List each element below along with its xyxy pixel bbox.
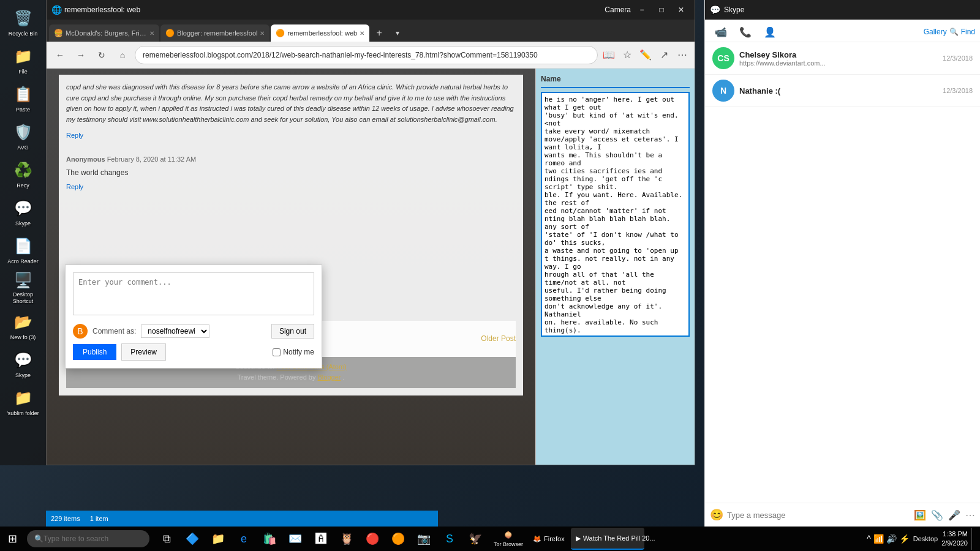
- tab-favicon-blogger: 🟠: [165, 29, 175, 37]
- reply-link-2[interactable]: Reply: [66, 183, 83, 190]
- blogger-avatar: B: [73, 324, 88, 339]
- show-desktop-button[interactable]: [971, 528, 975, 550]
- comment-textarea[interactable]: [73, 272, 314, 315]
- menu-icon[interactable]: ⋯: [675, 48, 690, 62]
- reply-link-1[interactable]: Reply: [66, 132, 83, 139]
- skype-person-icon[interactable]: 👤: [759, 22, 781, 42]
- new-tab-button[interactable]: +: [371, 24, 388, 42]
- skype-video-icon[interactable]: 📹: [710, 22, 732, 42]
- sidebar-label-recycle-bin: Recycle Bin: [9, 31, 38, 37]
- tray-notification[interactable]: ^: [867, 534, 871, 544]
- back-button[interactable]: ←: [51, 47, 69, 64]
- sidebar-item-acro[interactable]: 📄 Acro Reader: [6, 233, 40, 267]
- tray-network[interactable]: 📶: [873, 534, 884, 544]
- url-bar[interactable]: rememeberlessfool.blogspot.com/2018/12/w…: [135, 46, 598, 64]
- home-button[interactable]: ⌂: [114, 47, 131, 64]
- bookmark-icon[interactable]: ☆: [620, 48, 635, 62]
- sidebar-item-paste[interactable]: 📋 Paste: [6, 81, 40, 115]
- right-panel-input[interactable]: he is no 'anger' here. I get out what I …: [541, 92, 690, 337]
- forward-button[interactable]: →: [72, 47, 89, 64]
- sidebar-item-recycle-bin[interactable]: 🗑️ Recycle Bin: [6, 5, 40, 39]
- tab-close-blogger[interactable]: ✕: [260, 30, 265, 37]
- refresh-button[interactable]: ↻: [93, 47, 110, 64]
- edit-icon[interactable]: ✏️: [638, 48, 653, 62]
- message-input[interactable]: [727, 511, 910, 520]
- share-icon[interactable]: ↗: [657, 48, 671, 62]
- search-input[interactable]: [43, 534, 135, 543]
- taskbar-camera[interactable]: 📷: [412, 527, 436, 551]
- tab-label-blogger: Blogger: rememberlessfool: [177, 29, 257, 37]
- taskbar-datetime: 1:38 PM 2/9/2020: [941, 530, 968, 549]
- sidebar-item-new-folder[interactable]: 📂 New fo (3): [6, 309, 40, 343]
- sidebar-item-desktop-shortcut[interactable]: 🖥️ Desktop Shortcut: [6, 271, 40, 305]
- taskbar-browser2[interactable]: 🦅: [463, 527, 488, 551]
- taskbar-store[interactable]: 🛍️: [257, 527, 282, 551]
- taskbar-amazon[interactable]: 🅰: [309, 527, 333, 551]
- sidebar-label-new-folder: New fo (3): [10, 334, 36, 341]
- new-folder-icon: 📂: [12, 311, 34, 333]
- browser-icon: 🌐: [51, 5, 62, 15]
- audio-icon[interactable]: 🎤: [948, 509, 960, 521]
- minimize-button[interactable]: −: [633, 1, 650, 18]
- browser-content: copd and she was diagnosed with this dis…: [47, 69, 695, 465]
- paste-icon: 📋: [12, 83, 34, 105]
- maximize-button[interactable]: □: [653, 1, 670, 18]
- footer-blogger-link[interactable]: Blogger: [318, 373, 341, 381]
- sidebar-item-sublim[interactable]: 📁 'sublim folder: [6, 384, 40, 419]
- file-share-icon[interactable]: 📎: [931, 509, 943, 521]
- blog-content[interactable]: copd and she was diagnosed with this dis…: [47, 69, 535, 465]
- taskbar-cortana[interactable]: 🔷: [180, 527, 205, 551]
- publish-button[interactable]: Publish: [73, 344, 116, 360]
- sidebar-item-recy[interactable]: ♻️ Recy: [6, 157, 40, 191]
- more-icon[interactable]: ⋯: [965, 509, 975, 521]
- preview-button[interactable]: Preview: [121, 343, 166, 361]
- skype-gallery-link[interactable]: Gallery 🔍 Find: [924, 22, 975, 42]
- taskbar-explorer[interactable]: 📁: [206, 527, 230, 551]
- taskbar-app-tor[interactable]: 🧅 Tor Browser: [490, 530, 527, 549]
- image-share-icon[interactable]: 🖼️: [914, 509, 926, 521]
- taskbar-unknown[interactable]: 🟠: [386, 527, 410, 551]
- taskbar-app-video[interactable]: ▶ Watch The Red Pill 20...: [571, 528, 644, 550]
- address-bar-right: 📖 ☆ ✏️ ↗ ⋯: [601, 48, 690, 62]
- older-post-link[interactable]: Older Post: [481, 333, 516, 345]
- taskbar-oracle[interactable]: 🔴: [360, 527, 385, 551]
- sidebar-item-skype2[interactable]: 💬 Skype: [6, 347, 40, 381]
- tray-yellow[interactable]: ⚡: [899, 534, 910, 544]
- taskbar-tripadvisor[interactable]: 🦉: [334, 527, 359, 551]
- status-bar: 229 items 1 item: [46, 511, 438, 527]
- tray-volume[interactable]: 🔊: [886, 534, 897, 544]
- acro-icon: 📄: [12, 235, 34, 257]
- tab-blogger[interactable]: 🟠 Blogger: rememberlessfool ✕: [160, 24, 270, 42]
- taskbar-search[interactable]: 🔍: [27, 530, 149, 547]
- tab-overflow-button[interactable]: ▾: [389, 24, 406, 42]
- skype-call-icon[interactable]: 📞: [734, 22, 756, 42]
- skype-input-icons: 🖼️ 📎 🎤 ⋯: [914, 509, 975, 521]
- conversation-nathanie[interactable]: N Nathanie :( 12/3/2018: [705, 75, 980, 107]
- reader-view-icon[interactable]: 📖: [601, 48, 616, 62]
- sidebar-item-file[interactable]: 📁 File: [6, 43, 40, 77]
- tab-close-mcdonalds[interactable]: ✕: [149, 30, 154, 37]
- taskbar-app-firefox[interactable]: 🦊 Firefox: [528, 528, 570, 550]
- comment-form-actions: Publish Preview Notify me: [73, 343, 314, 361]
- start-button[interactable]: ⊞: [0, 527, 24, 551]
- task-view-button[interactable]: ⧉: [154, 527, 179, 551]
- skype-input-area: 😊 🖼️ 📎 🎤 ⋯: [705, 503, 980, 527]
- sidebar-item-skype[interactable]: 💬 Skype: [6, 195, 40, 229]
- tab-close-rememberless[interactable]: ✕: [360, 30, 364, 37]
- conversation-chelsey[interactable]: CS Chelsey Sikora https://www.deviantart…: [705, 42, 980, 75]
- comment-as-select[interactable]: noselfnofreewi: [141, 324, 209, 338]
- right-panel: Name he is no 'anger' here. I get out wh…: [535, 69, 695, 465]
- tab-rememberless[interactable]: 🟠 rememberlessfool: web ✕: [271, 24, 369, 42]
- taskbar-skype[interactable]: S: [437, 527, 462, 551]
- items-count: 229 items: [51, 515, 80, 522]
- emoji-button[interactable]: 😊: [710, 508, 723, 522]
- taskbar-mail[interactable]: ✉️: [283, 527, 307, 551]
- sidebar-item-avg[interactable]: 🛡️ AVG: [6, 119, 40, 153]
- sign-out-button[interactable]: Sign out: [271, 324, 314, 339]
- taskbar-edge[interactable]: e: [232, 527, 256, 551]
- tab-mcdonalds[interactable]: 🍔 McDonald's: Burgers, Fries & ✕: [49, 24, 159, 42]
- sidebar-label-desktop-shortcut: Desktop Shortcut: [6, 291, 40, 305]
- tor-icon: 🧅: [504, 531, 513, 539]
- close-button[interactable]: ✕: [673, 1, 690, 18]
- notify-me-checkbox[interactable]: [273, 348, 281, 356]
